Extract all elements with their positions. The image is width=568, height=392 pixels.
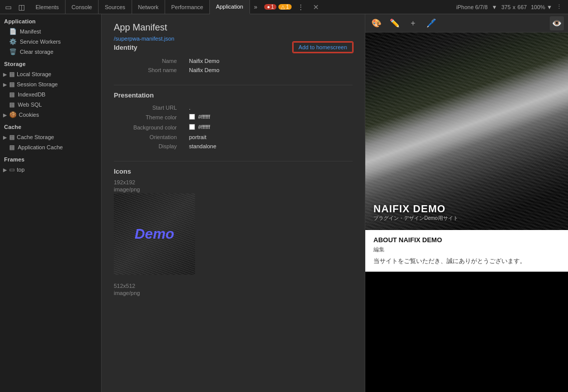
more-options-icon[interactable]: ⋮ (556, 4, 562, 10)
theme-color-row: Theme color #ffffff (114, 112, 353, 122)
sidebar-item-local-storage[interactable]: ▶ ▩ Local Storage (1, 69, 100, 79)
close-devtools-btn[interactable]: ✕ (309, 0, 323, 14)
preview-img-area: NAIFIX DEMO プラグイン・デザインDemo用サイト ABOUT NAI… (365, 32, 568, 392)
chevron-down-icon[interactable]: ▼ (492, 4, 497, 10)
tab-performance[interactable]: Performance (165, 0, 210, 14)
warn-badge: △ 1 (278, 4, 292, 10)
tab-options-btn[interactable]: ⋮ (295, 0, 307, 14)
websql-icon: ▩ (9, 101, 15, 108)
sidebar-item-application-cache[interactable]: ▩ Application Cache (1, 142, 100, 152)
sidebar-item-indexeddb-label: IndexedDB (18, 91, 45, 97)
device-icon[interactable]: ◫ (15, 1, 27, 13)
sidebar-item-cookies[interactable]: ▶ 🍪 Cookies (1, 110, 100, 120)
orientation-row: Orientation portrait (114, 133, 353, 142)
identity-section: Identity Add to homescreen Name Naifix D… (114, 42, 353, 75)
palette-icon[interactable]: 🎨 (369, 16, 384, 30)
tab-application-label: Application (216, 4, 243, 10)
sidebar-item-application-cache-label: Application Cache (18, 144, 63, 150)
sidebar: Application 📄 Manifest ⚙️ Service Worker… (0, 14, 102, 392)
icon-type-512: image/png (114, 290, 353, 296)
background-color-hex: #ffffff (198, 124, 210, 130)
device-label: iPhone 6/7/8 (456, 4, 488, 10)
sidebar-item-local-storage-label: Local Storage (17, 71, 51, 77)
tab-network[interactable]: Network (132, 0, 165, 14)
sidebar-item-top-frame[interactable]: ▶ ▭ top (1, 165, 100, 175)
tab-bar: Elements Console Sources Network Perform… (29, 0, 450, 14)
tab-sources[interactable]: Sources (99, 0, 132, 14)
sidebar-item-indexeddb[interactable]: ▩ IndexedDB (1, 89, 100, 100)
theme-color-hex: #ffffff (198, 114, 210, 120)
tab-application[interactable]: Application (210, 0, 250, 14)
local-storage-chevron: ▶ (3, 72, 7, 77)
add-homescreen-button[interactable]: Add to homescreen (293, 42, 353, 52)
application-cache-icon: ▩ (9, 144, 15, 151)
background-color-swatch: #ffffff (189, 124, 210, 130)
sidebar-item-top-frame-label: top (17, 167, 24, 173)
orientation-value: portrait (185, 133, 353, 142)
theme-color-box (189, 114, 195, 120)
sidebar-item-clear-storage-label: Clear storage (20, 49, 53, 55)
site-subtitle: プラグイン・デザインDemo用サイト (373, 215, 458, 222)
icon-size-192: 192x192 (114, 179, 353, 185)
icons-section-title: Icons (114, 168, 131, 175)
sidebar-item-session-storage[interactable]: ▶ ▩ Session Storage (1, 79, 100, 89)
icons-section: Icons 192x192 image/png Demo 512x512 ima… (114, 168, 353, 296)
sidebar-item-cache-storage-label: Cache Storage (17, 134, 54, 140)
background-color-row: Background color #ffffff (114, 122, 353, 133)
icon-preview-192: Demo (114, 193, 195, 275)
presentation-header-row: Presentation (114, 91, 353, 99)
preview-panel: 🎨 ✏️ + 🖊️ 👁️ NAIFIX DEMO プラグイン・デザインDemo用… (365, 14, 568, 392)
theme-color-swatch: #ffffff (189, 114, 210, 120)
display-label: Display (114, 142, 185, 151)
service-workers-icon: ⚙️ (9, 38, 17, 45)
device-bar: iPhone 6/7/8 ▼ 375 x 667 100% ▼ ⋮ (450, 4, 568, 10)
tab-elements-label: Elements (36, 4, 59, 10)
name-label: Name (114, 56, 185, 66)
cache-storage-icon: ▩ (9, 134, 15, 141)
clear-storage-icon: 🗑️ (9, 48, 17, 55)
sidebar-item-service-workers-label: Service Workers (20, 39, 60, 45)
inspect-icon[interactable]: ▭ (2, 1, 14, 13)
about-edit: 編集 (373, 246, 560, 253)
icon-size-512: 512x512 (114, 283, 353, 289)
display-row: Display standalone (114, 142, 353, 151)
name-value: Naifix Demo (185, 56, 353, 66)
start-url-row: Start URL . (114, 103, 353, 112)
storage-section-header: Storage (0, 57, 101, 69)
identity-table: Name Naifix Demo Short name Naifix Demo (114, 56, 353, 75)
identity-section-title: Identity (114, 44, 137, 51)
manifest-title: App Manifest (114, 22, 353, 33)
tab-sources-label: Sources (105, 4, 125, 10)
dimensions-display: 375 x 667 (501, 4, 527, 10)
preview-eye-icon[interactable]: 👁️ (550, 16, 564, 30)
sidebar-item-clear-storage[interactable]: 🗑️ Clear storage (1, 47, 100, 57)
short-name-label: Short name (114, 66, 185, 75)
sidebar-item-websql[interactable]: ▩ Web SQL (1, 100, 100, 110)
pencil-icon[interactable]: 🖊️ (424, 16, 438, 30)
cache-section-header: Cache (0, 120, 101, 132)
sidebar-item-service-workers[interactable]: ⚙️ Service Workers (1, 37, 100, 47)
sidebar-item-manifest[interactable]: 📄 Manifest (1, 26, 100, 37)
icon-entry-192: 192x192 image/png Demo (114, 179, 353, 275)
manifest-path-link[interactable]: /superpwa-manifest.json (114, 36, 174, 42)
content-area: App Manifest /superpwa-manifest.json Ide… (102, 14, 365, 392)
tab-elements[interactable]: Elements (29, 0, 66, 14)
session-storage-icon: ▩ (9, 81, 15, 88)
tab-console[interactable]: Console (66, 0, 99, 14)
add-icon[interactable]: + (406, 16, 420, 30)
indexeddb-icon: ▩ (9, 91, 15, 98)
sidebar-item-cache-storage[interactable]: ▶ ▩ Cache Storage (1, 132, 100, 142)
tab-more[interactable]: » (250, 0, 262, 14)
pen-icon[interactable]: ✏️ (388, 16, 402, 30)
icon-type-192: image/png (114, 186, 353, 192)
about-title: ABOUT NAIFIX DEMO (373, 236, 560, 244)
top-frame-icon: ▭ (9, 166, 15, 173)
local-storage-icon: ▩ (9, 71, 15, 78)
theme-color-value: #ffffff (185, 112, 353, 122)
top-frame-chevron: ▶ (3, 167, 7, 173)
display-value: standalone (185, 142, 353, 151)
tab-console-label: Console (72, 4, 92, 10)
name-row: Name Naifix Demo (114, 56, 353, 66)
zoom-select[interactable]: 100% ▼ (531, 4, 552, 10)
about-text: 当サイトをご覧いただき、誠にありがとうございます。 (373, 256, 560, 266)
